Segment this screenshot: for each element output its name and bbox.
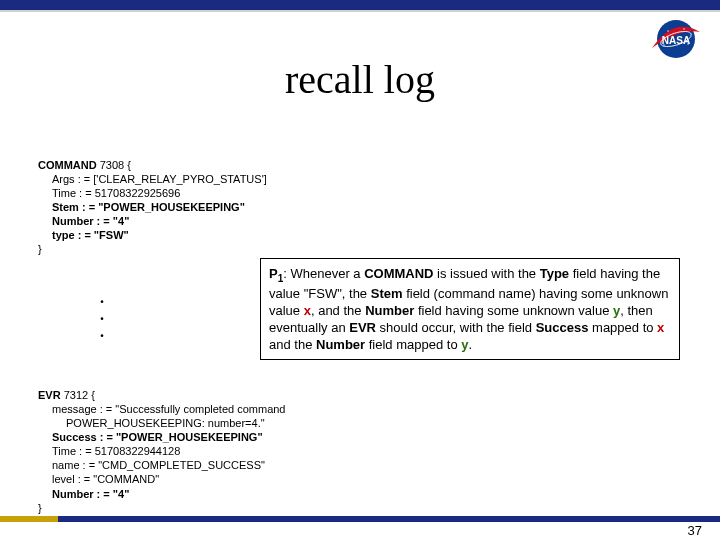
property-label: P xyxy=(269,266,278,281)
command-args: Args : = ['CLEAR_RELAY_PYRO_STATUS'] xyxy=(38,172,267,186)
page-number: 37 xyxy=(688,523,702,538)
command-keyword: COMMAND xyxy=(38,159,97,171)
evr-message-line2: POWER_HOUSEKEEPING: number=4." xyxy=(38,416,285,430)
evr-name: name : = "CMD_COMPLETED_SUCCESS" xyxy=(38,458,285,472)
evr-log-block: EVR 7312 { message : = "Successfully com… xyxy=(38,388,285,515)
slide-title: recall log xyxy=(0,56,720,103)
callout-kw-stem: Stem xyxy=(371,286,403,301)
command-type: type : = "FSW" xyxy=(38,228,267,242)
property-callout-box: P1: Whenever a COMMAND is issued with th… xyxy=(260,258,680,360)
callout-t12: . xyxy=(468,337,472,352)
command-stem: Stem : = "POWER_HOUSEKEEPING" xyxy=(38,200,267,214)
svg-text:NASA: NASA xyxy=(662,35,690,46)
command-number: Number : = "4" xyxy=(38,214,267,228)
evr-close-brace: } xyxy=(38,501,285,515)
evr-message-line1: message : = "Successfully completed comm… xyxy=(38,402,285,416)
ellipsis-dots: ... xyxy=(100,290,104,340)
nasa-logo-icon: NASA xyxy=(646,18,702,60)
top-accent-bar xyxy=(0,0,720,12)
evr-level: level : = "COMMAND" xyxy=(38,472,285,486)
evr-success: Success : = "POWER_HOUSEKEEPING" xyxy=(38,430,285,444)
callout-t1: : Whenever a xyxy=(283,266,364,281)
callout-t9: mapped to xyxy=(588,320,657,335)
callout-kw-success: Success xyxy=(536,320,589,335)
svg-point-3 xyxy=(667,30,668,31)
command-close-brace: } xyxy=(38,242,267,256)
evr-number: Number : = "4" xyxy=(38,487,285,501)
callout-kw-number2: Number xyxy=(316,337,365,352)
callout-t10: and the xyxy=(269,337,316,352)
svg-point-6 xyxy=(663,44,664,45)
svg-point-4 xyxy=(683,28,684,29)
callout-var-x2: x xyxy=(657,320,664,335)
bottom-accent-bar xyxy=(0,516,720,522)
callout-kw-type: Type xyxy=(540,266,569,281)
evr-header-rest: 7312 { xyxy=(61,389,95,401)
command-header-rest: 7308 { xyxy=(97,159,131,171)
command-log-block: COMMAND 7308 { Args : = ['CLEAR_RELAY_PY… xyxy=(38,158,267,257)
callout-t8: should occur, with the field xyxy=(376,320,536,335)
callout-t6: field having some unknown value xyxy=(414,303,613,318)
callout-kw-command: COMMAND xyxy=(364,266,433,281)
svg-point-5 xyxy=(687,43,688,44)
evr-time: Time : = 51708322944128 xyxy=(38,444,285,458)
evr-keyword: EVR xyxy=(38,389,61,401)
callout-t2: is issued with the xyxy=(434,266,540,281)
callout-t11: field mapped to xyxy=(365,337,461,352)
callout-kw-number: Number xyxy=(365,303,414,318)
command-time: Time : = 51708322925696 xyxy=(38,186,267,200)
callout-kw-evr: EVR xyxy=(349,320,376,335)
callout-t5: , and the xyxy=(311,303,365,318)
callout-var-x1: x xyxy=(304,303,311,318)
